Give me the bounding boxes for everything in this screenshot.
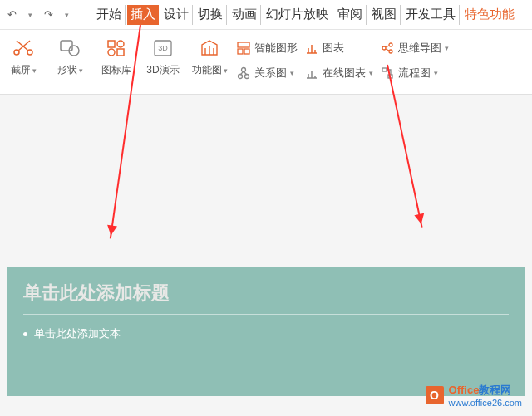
- svg-point-13: [242, 68, 246, 72]
- title-placeholder[interactable]: 单击此处添加标题: [23, 281, 509, 315]
- screenshot-button[interactable]: 截屏▾: [3, 37, 43, 77]
- cube-3d-icon: 3D: [150, 37, 176, 60]
- chevron-down-icon: ▾: [434, 69, 438, 77]
- redo-dropdown[interactable]: ▾: [58, 7, 75, 23]
- scissors-icon: [10, 37, 37, 60]
- chevron-down-icon: ▾: [290, 69, 294, 77]
- bullet-icon: [23, 332, 27, 336]
- svg-rect-2: [61, 41, 72, 51]
- slide-preview[interactable]: 单击此处添加标题 单击此处添加文本: [7, 267, 525, 396]
- smart-shape-button[interactable]: 智能图形: [236, 38, 298, 58]
- button-label: 图标库: [101, 63, 131, 77]
- tab-label: 设计: [164, 7, 189, 22]
- svg-text:3D: 3D: [158, 44, 168, 52]
- tab-bar: ↶ ▾ ↷ ▾ 开始 插入 设计 切换 动画 幻灯片放映 审阅 视图 开发工具 …: [0, 0, 532, 30]
- tab-insert[interactable]: 插入: [127, 5, 159, 25]
- button-label: 智能图形: [254, 41, 298, 56]
- tab-label: 特色功能: [465, 7, 515, 22]
- watermark-text: Office教程网 www.office26.com: [449, 383, 522, 408]
- svg-point-16: [382, 46, 386, 50]
- button-label: 关系图: [254, 66, 287, 81]
- function-chart-button[interactable]: 功能图▾: [190, 37, 229, 77]
- tab-label: 动画: [232, 7, 257, 22]
- svg-point-15: [245, 75, 249, 79]
- button-label: 在线图表: [323, 66, 366, 81]
- tab-label: 视图: [372, 7, 397, 22]
- tab-label: 幻灯片放映: [266, 7, 328, 22]
- watermark: O Office教程网 www.office26.com: [426, 383, 522, 408]
- tab-label: 切换: [198, 7, 223, 22]
- tab-slideshow[interactable]: 幻灯片放映: [263, 5, 332, 25]
- svg-point-6: [108, 49, 115, 56]
- tab-label: 插入: [131, 7, 155, 22]
- tab-view[interactable]: 视图: [368, 5, 401, 25]
- tab-label: 开始: [96, 7, 121, 22]
- button-label: 流程图: [398, 66, 431, 81]
- online-chart-button[interactable]: 在线图表 ▾: [304, 63, 373, 83]
- relation-chart-button[interactable]: 关系图 ▾: [236, 63, 298, 83]
- button-label: 思维导图: [398, 41, 441, 56]
- svg-rect-7: [117, 49, 124, 56]
- chevron-down-icon: ▾: [79, 66, 83, 75]
- slide-workspace: 单击此处添加标题 单击此处添加文本: [0, 95, 532, 416]
- undo-button[interactable]: ↶: [3, 7, 20, 23]
- tab-start[interactable]: 开始: [93, 5, 126, 25]
- tab-label: 审阅: [337, 7, 362, 22]
- redo-button[interactable]: ↷: [40, 7, 57, 23]
- svg-rect-10: [238, 42, 249, 47]
- chevron-down-icon: ▾: [224, 66, 228, 75]
- share-icon: [380, 41, 395, 56]
- svg-rect-11: [238, 49, 243, 54]
- chart-button[interactable]: 图表: [304, 38, 373, 58]
- tab-transition[interactable]: 切换: [195, 5, 227, 25]
- building-icon: [196, 37, 223, 60]
- office-logo-icon: O: [426, 386, 444, 404]
- demo3d-button[interactable]: 3D 3D演示: [143, 37, 183, 77]
- chevron-down-icon: ▾: [32, 66, 37, 75]
- ribbon: 截屏▾ 形状▾ 图标库 3D 3D演示: [0, 30, 532, 95]
- svg-point-17: [389, 43, 392, 46]
- undo-dropdown[interactable]: ▾: [22, 7, 38, 23]
- tab-design[interactable]: 设计: [160, 5, 193, 25]
- svg-rect-4: [108, 41, 115, 47]
- bar-chart-icon: [304, 66, 319, 81]
- tab-developer[interactable]: 开发工具: [402, 5, 460, 25]
- svg-rect-19: [382, 68, 387, 71]
- quick-access-toolbar: ↶ ▾ ↷ ▾: [3, 7, 75, 23]
- chevron-down-icon: ▾: [369, 69, 373, 77]
- button-label: 3D演示: [146, 63, 179, 77]
- svg-rect-12: [244, 49, 249, 54]
- shapes-button[interactable]: 形状▾: [50, 37, 90, 77]
- tab-animation[interactable]: 动画: [229, 5, 261, 25]
- bar-chart-icon: [304, 41, 319, 56]
- button-label: 截屏: [11, 63, 31, 77]
- svg-point-14: [239, 75, 243, 79]
- grid-icon: [103, 37, 130, 60]
- tab-label: 开发工具: [406, 7, 456, 22]
- shapes-icon: [57, 37, 83, 60]
- button-label: 图表: [323, 41, 344, 56]
- button-label: 功能图: [192, 63, 222, 77]
- tab-special[interactable]: 特色功能: [461, 5, 518, 25]
- body-placeholder[interactable]: 单击此处添加文本: [23, 326, 509, 341]
- hierarchy-icon: [236, 41, 251, 56]
- mind-map-button[interactable]: 思维导图 ▾: [380, 38, 449, 58]
- button-label: 形状: [57, 63, 77, 77]
- svg-point-5: [117, 41, 124, 47]
- chevron-down-icon: ▾: [445, 44, 449, 52]
- nodes-icon: [236, 66, 251, 81]
- icon-library-button[interactable]: 图标库: [96, 37, 136, 77]
- svg-point-18: [389, 50, 392, 53]
- body-text: 单击此处添加文本: [34, 326, 121, 341]
- tab-review[interactable]: 审阅: [334, 5, 367, 25]
